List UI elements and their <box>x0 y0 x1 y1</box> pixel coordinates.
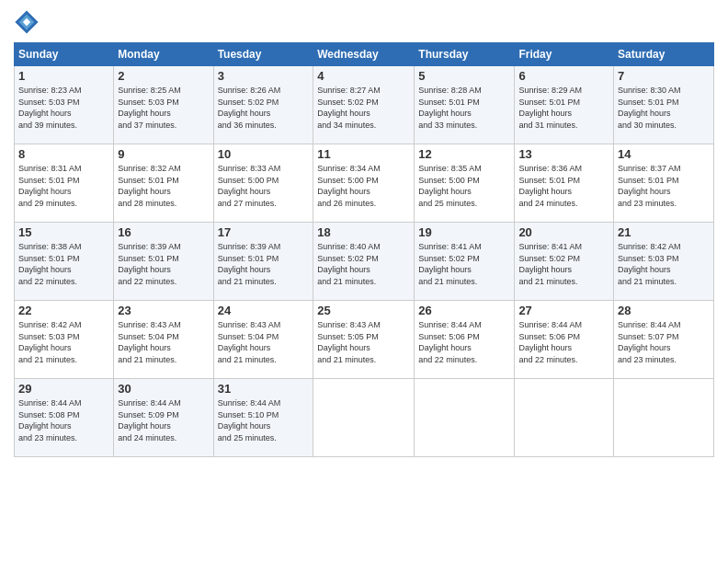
col-header-sunday: Sunday <box>15 43 114 66</box>
day-info: Sunrise: 8:43 AMSunset: 5:05 PMDaylight … <box>317 319 410 365</box>
day-cell: 9 Sunrise: 8:32 AMSunset: 5:01 PMDayligh… <box>114 144 213 223</box>
logo <box>14 9 41 35</box>
day-cell: 25 Sunrise: 8:43 AMSunset: 5:05 PMDaylig… <box>313 301 415 379</box>
week-row-4: 22 Sunrise: 8:42 AMSunset: 5:03 PMDaylig… <box>15 301 714 379</box>
day-number: 24 <box>218 304 310 317</box>
day-info: Sunrise: 8:44 AMSunset: 5:07 PMDaylight … <box>618 319 710 365</box>
day-cell: 5 Sunrise: 8:28 AMSunset: 5:01 PMDayligh… <box>415 66 515 144</box>
day-info: Sunrise: 8:43 AMSunset: 5:04 PMDaylight … <box>118 319 209 365</box>
day-info: Sunrise: 8:35 AMSunset: 5:00 PMDaylight … <box>418 163 510 209</box>
day-info: Sunrise: 8:36 AMSunset: 5:01 PMDaylight … <box>518 163 609 209</box>
day-number: 10 <box>218 147 310 161</box>
day-number: 21 <box>618 225 710 239</box>
day-cell: 28 Sunrise: 8:44 AMSunset: 5:07 PMDaylig… <box>614 301 714 379</box>
day-number: 14 <box>618 147 710 161</box>
day-number: 22 <box>18 304 109 317</box>
day-number: 15 <box>18 225 109 239</box>
day-number: 30 <box>118 382 209 396</box>
logo-icon <box>14 9 40 35</box>
day-cell: 14 Sunrise: 8:37 AMSunset: 5:01 PMDaylig… <box>614 144 714 223</box>
day-info: Sunrise: 8:44 AMSunset: 5:10 PMDaylight … <box>218 397 310 443</box>
day-cell: 20 Sunrise: 8:41 AMSunset: 5:02 PMDaylig… <box>515 223 614 301</box>
day-info: Sunrise: 8:34 AMSunset: 5:00 PMDaylight … <box>317 163 410 209</box>
day-info: Sunrise: 8:44 AMSunset: 5:06 PMDaylight … <box>418 319 510 365</box>
col-header-saturday: Saturday <box>614 43 714 66</box>
day-info: Sunrise: 8:31 AMSunset: 5:01 PMDaylight … <box>18 163 109 209</box>
day-number: 11 <box>317 147 410 161</box>
col-header-thursday: Thursday <box>415 43 515 66</box>
day-cell: 11 Sunrise: 8:34 AMSunset: 5:00 PMDaylig… <box>313 144 415 223</box>
day-cell: 17 Sunrise: 8:39 AMSunset: 5:01 PMDaylig… <box>213 223 313 301</box>
day-number: 6 <box>518 69 609 83</box>
day-cell: 7 Sunrise: 8:30 AMSunset: 5:01 PMDayligh… <box>614 66 714 144</box>
day-number: 8 <box>18 147 109 161</box>
day-cell: 19 Sunrise: 8:41 AMSunset: 5:02 PMDaylig… <box>415 223 515 301</box>
week-row-5: 29 Sunrise: 8:44 AMSunset: 5:08 PMDaylig… <box>15 379 714 457</box>
week-row-2: 8 Sunrise: 8:31 AMSunset: 5:01 PMDayligh… <box>15 144 714 223</box>
day-info: Sunrise: 8:37 AMSunset: 5:01 PMDaylight … <box>618 163 710 209</box>
day-cell: 6 Sunrise: 8:29 AMSunset: 5:01 PMDayligh… <box>515 66 614 144</box>
day-info: Sunrise: 8:39 AMSunset: 5:01 PMDaylight … <box>218 241 310 287</box>
day-number: 12 <box>418 147 510 161</box>
day-number: 7 <box>618 69 710 83</box>
header-row: SundayMondayTuesdayWednesdayThursdayFrid… <box>15 43 714 66</box>
day-info: Sunrise: 8:44 AMSunset: 5:09 PMDaylight … <box>118 397 209 443</box>
day-info: Sunrise: 8:26 AMSunset: 5:02 PMDaylight … <box>218 85 310 131</box>
day-cell: 4 Sunrise: 8:27 AMSunset: 5:02 PMDayligh… <box>313 66 415 144</box>
day-info: Sunrise: 8:43 AMSunset: 5:04 PMDaylight … <box>218 319 310 365</box>
day-cell: 1 Sunrise: 8:23 AMSunset: 5:03 PMDayligh… <box>15 66 114 144</box>
day-info: Sunrise: 8:44 AMSunset: 5:08 PMDaylight … <box>18 397 109 443</box>
day-info: Sunrise: 8:29 AMSunset: 5:01 PMDaylight … <box>518 85 609 131</box>
day-cell: 22 Sunrise: 8:42 AMSunset: 5:03 PMDaylig… <box>15 301 114 379</box>
day-cell <box>614 379 714 457</box>
day-info: Sunrise: 8:23 AMSunset: 5:03 PMDaylight … <box>18 85 109 131</box>
col-header-monday: Monday <box>114 43 213 66</box>
day-number: 5 <box>418 69 510 83</box>
day-number: 2 <box>118 69 209 83</box>
day-number: 31 <box>218 382 310 396</box>
col-header-wednesday: Wednesday <box>313 43 415 66</box>
day-number: 1 <box>18 69 109 83</box>
calendar-page: SundayMondayTuesdayWednesdayThursdayFrid… <box>0 0 728 563</box>
day-cell: 23 Sunrise: 8:43 AMSunset: 5:04 PMDaylig… <box>114 301 213 379</box>
day-cell: 3 Sunrise: 8:26 AMSunset: 5:02 PMDayligh… <box>213 66 313 144</box>
day-cell <box>515 379 614 457</box>
day-cell: 13 Sunrise: 8:36 AMSunset: 5:01 PMDaylig… <box>515 144 614 223</box>
day-info: Sunrise: 8:44 AMSunset: 5:06 PMDaylight … <box>518 319 609 365</box>
day-cell: 15 Sunrise: 8:38 AMSunset: 5:01 PMDaylig… <box>15 223 114 301</box>
day-cell: 31 Sunrise: 8:44 AMSunset: 5:10 PMDaylig… <box>213 379 313 457</box>
day-number: 20 <box>518 225 609 239</box>
day-number: 27 <box>518 304 609 317</box>
day-info: Sunrise: 8:41 AMSunset: 5:02 PMDaylight … <box>418 241 510 287</box>
day-cell: 10 Sunrise: 8:33 AMSunset: 5:00 PMDaylig… <box>213 144 313 223</box>
day-info: Sunrise: 8:32 AMSunset: 5:01 PMDaylight … <box>118 163 209 209</box>
day-info: Sunrise: 8:28 AMSunset: 5:01 PMDaylight … <box>418 85 510 131</box>
day-number: 25 <box>317 304 410 317</box>
day-info: Sunrise: 8:42 AMSunset: 5:03 PMDaylight … <box>18 319 109 365</box>
day-number: 28 <box>618 304 710 317</box>
week-row-3: 15 Sunrise: 8:38 AMSunset: 5:01 PMDaylig… <box>15 223 714 301</box>
day-number: 26 <box>418 304 510 317</box>
day-cell: 24 Sunrise: 8:43 AMSunset: 5:04 PMDaylig… <box>213 301 313 379</box>
day-info: Sunrise: 8:38 AMSunset: 5:01 PMDaylight … <box>18 241 109 287</box>
calendar-table: SundayMondayTuesdayWednesdayThursdayFrid… <box>14 42 714 457</box>
day-number: 18 <box>317 225 410 239</box>
day-cell: 8 Sunrise: 8:31 AMSunset: 5:01 PMDayligh… <box>15 144 114 223</box>
col-header-friday: Friday <box>515 43 614 66</box>
day-cell: 18 Sunrise: 8:40 AMSunset: 5:02 PMDaylig… <box>313 223 415 301</box>
day-info: Sunrise: 8:42 AMSunset: 5:03 PMDaylight … <box>618 241 710 287</box>
day-info: Sunrise: 8:40 AMSunset: 5:02 PMDaylight … <box>317 241 410 287</box>
day-info: Sunrise: 8:33 AMSunset: 5:00 PMDaylight … <box>218 163 310 209</box>
day-number: 19 <box>418 225 510 239</box>
day-number: 29 <box>18 382 109 396</box>
day-number: 9 <box>118 147 209 161</box>
day-cell <box>415 379 515 457</box>
day-info: Sunrise: 8:27 AMSunset: 5:02 PMDaylight … <box>317 85 410 131</box>
day-cell <box>313 379 415 457</box>
day-number: 4 <box>317 69 410 83</box>
col-header-tuesday: Tuesday <box>213 43 313 66</box>
day-cell: 12 Sunrise: 8:35 AMSunset: 5:00 PMDaylig… <box>415 144 515 223</box>
day-cell: 21 Sunrise: 8:42 AMSunset: 5:03 PMDaylig… <box>614 223 714 301</box>
day-cell: 26 Sunrise: 8:44 AMSunset: 5:06 PMDaylig… <box>415 301 515 379</box>
day-cell: 2 Sunrise: 8:25 AMSunset: 5:03 PMDayligh… <box>114 66 213 144</box>
